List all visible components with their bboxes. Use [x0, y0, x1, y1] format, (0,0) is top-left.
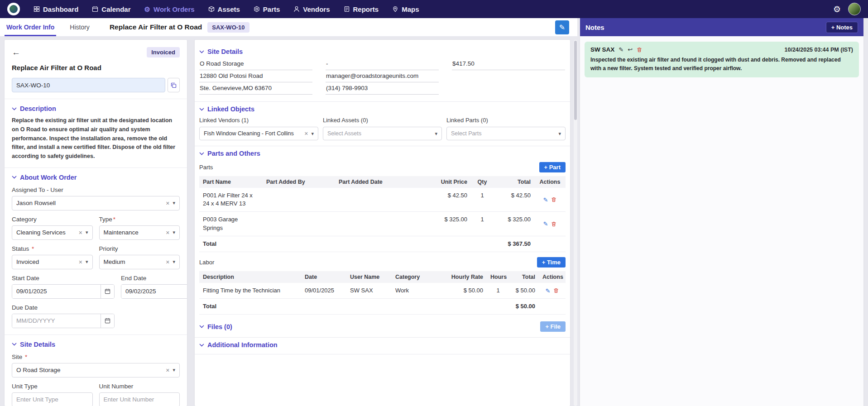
- edit-row-icon[interactable]: ✎: [543, 221, 548, 227]
- section-site-details[interactable]: Site Details: [199, 48, 566, 55]
- section-linked-objects[interactable]: Linked Objects: [199, 105, 566, 113]
- notes-title: Notes: [585, 24, 604, 31]
- section-parts-and-others[interactable]: Parts and Others: [199, 150, 566, 157]
- clear-x-icon[interactable]: ×: [166, 229, 169, 236]
- chevron-down-icon[interactable]: ▾: [558, 131, 561, 136]
- delete-row-icon[interactable]: [553, 288, 559, 293]
- priority-select[interactable]: Medium × ▾: [99, 255, 180, 269]
- user-avatar[interactable]: [848, 3, 861, 15]
- settings-gear-icon[interactable]: ⚙: [833, 5, 841, 14]
- add-file-button[interactable]: + File: [540, 321, 566, 332]
- linked-parts-label: Linked Parts (0): [446, 117, 566, 124]
- chevron-down-icon[interactable]: ▾: [86, 230, 88, 235]
- edit-row-icon[interactable]: ✎: [543, 197, 548, 203]
- calendar-button[interactable]: [101, 314, 114, 328]
- clear-x-icon[interactable]: ×: [166, 200, 169, 206]
- work-order-code-input[interactable]: [12, 78, 165, 92]
- clear-x-icon[interactable]: ×: [79, 259, 82, 265]
- status-select[interactable]: Invoiced × ▾: [12, 255, 93, 269]
- nav-maps[interactable]: Maps: [392, 0, 419, 18]
- linked-vendors-select[interactable]: Fish Window Cleaning - Fort Collins × ▾: [199, 127, 318, 140]
- edit-note-icon[interactable]: ✎: [619, 47, 623, 53]
- copy-button[interactable]: [168, 78, 180, 92]
- nav-work-orders[interactable]: ⚙ Work Orders: [144, 0, 195, 18]
- select-value: O Road Storage: [16, 367, 163, 373]
- back-arrow-icon[interactable]: ←: [12, 48, 20, 57]
- work-order-area: Work Order Info History Replace Air Filt…: [0, 18, 577, 406]
- chevron-down-icon[interactable]: ▾: [173, 201, 175, 205]
- clear-x-icon[interactable]: ×: [166, 259, 169, 265]
- copy-icon: [171, 82, 177, 88]
- delete-note-icon[interactable]: [637, 47, 642, 53]
- nav-vendors[interactable]: Vendors: [293, 0, 330, 18]
- delete-row-icon[interactable]: [551, 221, 556, 227]
- scrollbar-thumb[interactable]: [574, 41, 577, 120]
- add-notes-button[interactable]: + Notes: [826, 22, 858, 33]
- start-date-input[interactable]: [12, 285, 101, 298]
- column-header: Date: [301, 271, 346, 283]
- vertical-scrollbar[interactable]: [574, 40, 577, 406]
- clear-x-icon[interactable]: ×: [166, 367, 169, 373]
- chevron-down-icon[interactable]: ▾: [173, 368, 175, 373]
- column-header: Qty: [471, 176, 494, 188]
- select-placeholder: Select Assets: [327, 130, 435, 137]
- end-date-field: [121, 284, 187, 299]
- section-description[interactable]: Description: [12, 105, 180, 112]
- site-cost-field: $417.50: [452, 59, 565, 70]
- page-title: Replace Air Filter at O Road: [12, 64, 180, 72]
- category-label: Category: [12, 216, 93, 223]
- calendar-button[interactable]: [101, 285, 114, 298]
- chevron-down-icon[interactable]: ▾: [173, 259, 175, 264]
- add-time-button[interactable]: + Time: [537, 257, 566, 267]
- app-logo[interactable]: [7, 3, 20, 15]
- nav-dashboard[interactable]: Dashboard: [34, 0, 78, 18]
- pencil-icon: ✎: [559, 23, 565, 32]
- chevron-down-icon[interactable]: ▾: [86, 259, 88, 264]
- due-date-input[interactable]: [12, 314, 101, 328]
- section-about-work-order[interactable]: About Work Order: [12, 174, 180, 181]
- nav-label: Assets: [218, 5, 240, 13]
- assigned-to-select[interactable]: Jason Rowsell × ▾: [12, 196, 180, 210]
- unit-number-input[interactable]: [99, 392, 180, 406]
- select-placeholder: Select Parts: [451, 130, 558, 137]
- chevron-down-icon[interactable]: ▾: [435, 131, 437, 136]
- end-date-label: End Date: [121, 275, 187, 282]
- section-additional-information[interactable]: Additional Information: [199, 341, 566, 349]
- description-text: Replace the existing air filter unit at …: [12, 116, 180, 161]
- chevron-down-icon[interactable]: ▾: [173, 230, 175, 235]
- linked-parts-select[interactable]: Select Parts ▾: [446, 127, 566, 140]
- linked-vendors-label: Linked Vendors (1): [199, 117, 318, 124]
- end-date-input[interactable]: [121, 285, 187, 298]
- column-header: Hourly Rate: [444, 271, 487, 283]
- edit-work-order-button[interactable]: ✎: [555, 20, 569, 34]
- labor-date-cell: 09/01/2025: [301, 283, 346, 299]
- part-name-cell: P003 Garage Springs: [199, 212, 263, 236]
- total-cell: $ 42.50: [494, 188, 534, 212]
- nav-reports[interactable]: Reports: [344, 0, 379, 18]
- site-select[interactable]: O Road Storage × ▾: [12, 363, 180, 377]
- nav-parts[interactable]: Parts: [254, 0, 280, 18]
- section-files[interactable]: Files (0): [199, 323, 232, 330]
- clear-x-icon[interactable]: ×: [79, 229, 82, 236]
- nav-assets[interactable]: Assets: [208, 0, 240, 18]
- edit-row-icon[interactable]: ✎: [546, 288, 551, 294]
- note-text: Inspected the existing air filter and fo…: [590, 56, 853, 73]
- linked-assets-select[interactable]: Select Assets ▾: [323, 127, 442, 140]
- unit-type-label: Unit Type: [12, 383, 93, 390]
- tab-work-order-info[interactable]: Work Order Info: [5, 18, 56, 36]
- delete-row-icon[interactable]: [551, 197, 556, 202]
- undo-icon[interactable]: ↩: [628, 47, 633, 53]
- add-part-button[interactable]: + Part: [539, 162, 566, 172]
- unit-type-input[interactable]: [12, 392, 93, 406]
- linked-objects-grid: Linked Vendors (1) Fish Window Cleaning …: [199, 117, 566, 140]
- category-select[interactable]: Cleaning Services × ▾: [12, 225, 93, 240]
- tab-history[interactable]: History: [68, 18, 91, 36]
- type-select[interactable]: Maintenance × ▾: [99, 225, 180, 240]
- section-site-details-left[interactable]: Site Details: [12, 341, 180, 348]
- clear-x-icon[interactable]: ×: [304, 130, 308, 137]
- site-address-field: 12880 Old Potosi Road: [199, 72, 312, 82]
- qty-cell: 1: [471, 188, 494, 212]
- chevron-down-icon[interactable]: ▾: [311, 131, 314, 136]
- nav-calendar[interactable]: Calendar: [92, 0, 130, 18]
- site-label: Site *: [12, 353, 180, 360]
